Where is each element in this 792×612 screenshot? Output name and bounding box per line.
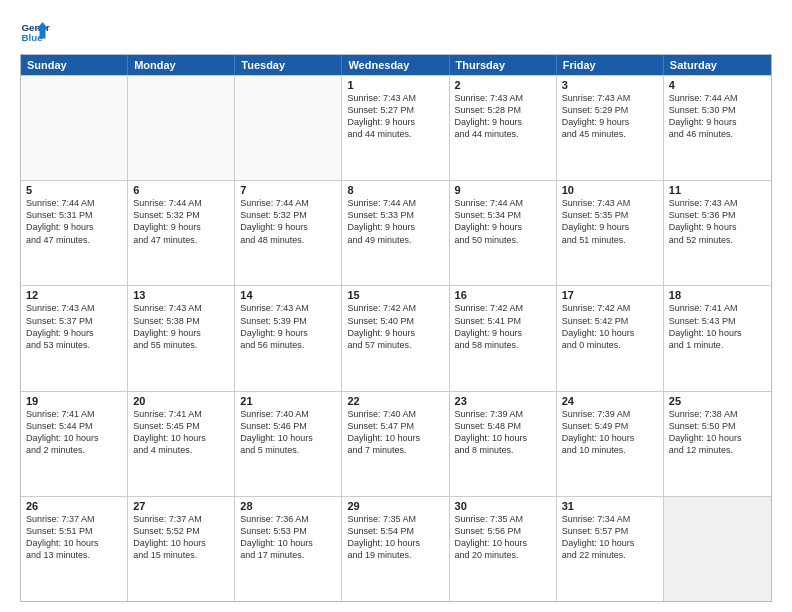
calendar-cell: 25Sunrise: 7:38 AM Sunset: 5:50 PM Dayli… [664, 392, 771, 496]
calendar-cell [128, 76, 235, 180]
day-info: Sunrise: 7:41 AM Sunset: 5:45 PM Dayligh… [133, 408, 229, 457]
day-number: 29 [347, 500, 443, 512]
calendar-cell: 21Sunrise: 7:40 AM Sunset: 5:46 PM Dayli… [235, 392, 342, 496]
calendar: SundayMondayTuesdayWednesdayThursdayFrid… [20, 54, 772, 602]
day-info: Sunrise: 7:42 AM Sunset: 5:41 PM Dayligh… [455, 302, 551, 351]
calendar-cell: 14Sunrise: 7:43 AM Sunset: 5:39 PM Dayli… [235, 286, 342, 390]
calendar-header: SundayMondayTuesdayWednesdayThursdayFrid… [21, 55, 771, 75]
calendar-cell: 23Sunrise: 7:39 AM Sunset: 5:48 PM Dayli… [450, 392, 557, 496]
day-number: 23 [455, 395, 551, 407]
calendar-cell: 7Sunrise: 7:44 AM Sunset: 5:32 PM Daylig… [235, 181, 342, 285]
day-info: Sunrise: 7:43 AM Sunset: 5:28 PM Dayligh… [455, 92, 551, 141]
day-number: 16 [455, 289, 551, 301]
day-info: Sunrise: 7:40 AM Sunset: 5:47 PM Dayligh… [347, 408, 443, 457]
day-number: 13 [133, 289, 229, 301]
calendar-cell: 28Sunrise: 7:36 AM Sunset: 5:53 PM Dayli… [235, 497, 342, 601]
day-number: 1 [347, 79, 443, 91]
calendar-cell: 27Sunrise: 7:37 AM Sunset: 5:52 PM Dayli… [128, 497, 235, 601]
day-info: Sunrise: 7:35 AM Sunset: 5:56 PM Dayligh… [455, 513, 551, 562]
day-info: Sunrise: 7:44 AM Sunset: 5:32 PM Dayligh… [133, 197, 229, 246]
logo: General Blue [20, 16, 50, 46]
day-info: Sunrise: 7:44 AM Sunset: 5:33 PM Dayligh… [347, 197, 443, 246]
day-number: 5 [26, 184, 122, 196]
day-header-monday: Monday [128, 55, 235, 75]
day-number: 20 [133, 395, 229, 407]
day-info: Sunrise: 7:43 AM Sunset: 5:36 PM Dayligh… [669, 197, 766, 246]
day-number: 6 [133, 184, 229, 196]
day-header-thursday: Thursday [450, 55, 557, 75]
calendar-cell: 4Sunrise: 7:44 AM Sunset: 5:30 PM Daylig… [664, 76, 771, 180]
day-info: Sunrise: 7:43 AM Sunset: 5:29 PM Dayligh… [562, 92, 658, 141]
calendar-body: 1Sunrise: 7:43 AM Sunset: 5:27 PM Daylig… [21, 75, 771, 601]
day-header-saturday: Saturday [664, 55, 771, 75]
calendar-cell: 18Sunrise: 7:41 AM Sunset: 5:43 PM Dayli… [664, 286, 771, 390]
day-number: 9 [455, 184, 551, 196]
day-info: Sunrise: 7:44 AM Sunset: 5:31 PM Dayligh… [26, 197, 122, 246]
day-info: Sunrise: 7:34 AM Sunset: 5:57 PM Dayligh… [562, 513, 658, 562]
day-header-sunday: Sunday [21, 55, 128, 75]
calendar-cell: 17Sunrise: 7:42 AM Sunset: 5:42 PM Dayli… [557, 286, 664, 390]
day-number: 28 [240, 500, 336, 512]
calendar-cell: 8Sunrise: 7:44 AM Sunset: 5:33 PM Daylig… [342, 181, 449, 285]
calendar-cell: 10Sunrise: 7:43 AM Sunset: 5:35 PM Dayli… [557, 181, 664, 285]
calendar-week-3: 12Sunrise: 7:43 AM Sunset: 5:37 PM Dayli… [21, 285, 771, 390]
day-header-tuesday: Tuesday [235, 55, 342, 75]
day-number: 15 [347, 289, 443, 301]
day-number: 8 [347, 184, 443, 196]
day-number: 12 [26, 289, 122, 301]
day-number: 11 [669, 184, 766, 196]
day-info: Sunrise: 7:41 AM Sunset: 5:44 PM Dayligh… [26, 408, 122, 457]
calendar-cell [235, 76, 342, 180]
day-number: 25 [669, 395, 766, 407]
day-number: 24 [562, 395, 658, 407]
day-number: 3 [562, 79, 658, 91]
day-info: Sunrise: 7:43 AM Sunset: 5:38 PM Dayligh… [133, 302, 229, 351]
calendar-week-5: 26Sunrise: 7:37 AM Sunset: 5:51 PM Dayli… [21, 496, 771, 601]
calendar-cell: 12Sunrise: 7:43 AM Sunset: 5:37 PM Dayli… [21, 286, 128, 390]
day-info: Sunrise: 7:37 AM Sunset: 5:51 PM Dayligh… [26, 513, 122, 562]
calendar-cell: 13Sunrise: 7:43 AM Sunset: 5:38 PM Dayli… [128, 286, 235, 390]
page-header: General Blue [20, 16, 772, 46]
day-info: Sunrise: 7:36 AM Sunset: 5:53 PM Dayligh… [240, 513, 336, 562]
calendar-cell: 5Sunrise: 7:44 AM Sunset: 5:31 PM Daylig… [21, 181, 128, 285]
calendar-cell [664, 497, 771, 601]
calendar-cell: 20Sunrise: 7:41 AM Sunset: 5:45 PM Dayli… [128, 392, 235, 496]
day-info: Sunrise: 7:44 AM Sunset: 5:34 PM Dayligh… [455, 197, 551, 246]
calendar-week-4: 19Sunrise: 7:41 AM Sunset: 5:44 PM Dayli… [21, 391, 771, 496]
day-number: 22 [347, 395, 443, 407]
calendar-cell: 11Sunrise: 7:43 AM Sunset: 5:36 PM Dayli… [664, 181, 771, 285]
day-info: Sunrise: 7:43 AM Sunset: 5:39 PM Dayligh… [240, 302, 336, 351]
day-number: 27 [133, 500, 229, 512]
calendar-week-1: 1Sunrise: 7:43 AM Sunset: 5:27 PM Daylig… [21, 75, 771, 180]
calendar-cell: 3Sunrise: 7:43 AM Sunset: 5:29 PM Daylig… [557, 76, 664, 180]
day-header-wednesday: Wednesday [342, 55, 449, 75]
day-number: 19 [26, 395, 122, 407]
day-info: Sunrise: 7:44 AM Sunset: 5:30 PM Dayligh… [669, 92, 766, 141]
day-info: Sunrise: 7:40 AM Sunset: 5:46 PM Dayligh… [240, 408, 336, 457]
calendar-cell: 29Sunrise: 7:35 AM Sunset: 5:54 PM Dayli… [342, 497, 449, 601]
day-number: 21 [240, 395, 336, 407]
day-info: Sunrise: 7:35 AM Sunset: 5:54 PM Dayligh… [347, 513, 443, 562]
day-info: Sunrise: 7:41 AM Sunset: 5:43 PM Dayligh… [669, 302, 766, 351]
calendar-cell: 1Sunrise: 7:43 AM Sunset: 5:27 PM Daylig… [342, 76, 449, 180]
calendar-cell: 22Sunrise: 7:40 AM Sunset: 5:47 PM Dayli… [342, 392, 449, 496]
day-number: 4 [669, 79, 766, 91]
day-number: 14 [240, 289, 336, 301]
day-info: Sunrise: 7:42 AM Sunset: 5:40 PM Dayligh… [347, 302, 443, 351]
day-number: 7 [240, 184, 336, 196]
calendar-cell: 9Sunrise: 7:44 AM Sunset: 5:34 PM Daylig… [450, 181, 557, 285]
day-number: 30 [455, 500, 551, 512]
day-info: Sunrise: 7:39 AM Sunset: 5:49 PM Dayligh… [562, 408, 658, 457]
logo-icon: General Blue [20, 16, 50, 46]
calendar-cell: 19Sunrise: 7:41 AM Sunset: 5:44 PM Dayli… [21, 392, 128, 496]
day-number: 31 [562, 500, 658, 512]
day-info: Sunrise: 7:38 AM Sunset: 5:50 PM Dayligh… [669, 408, 766, 457]
day-info: Sunrise: 7:39 AM Sunset: 5:48 PM Dayligh… [455, 408, 551, 457]
calendar-cell: 31Sunrise: 7:34 AM Sunset: 5:57 PM Dayli… [557, 497, 664, 601]
day-info: Sunrise: 7:37 AM Sunset: 5:52 PM Dayligh… [133, 513, 229, 562]
calendar-week-2: 5Sunrise: 7:44 AM Sunset: 5:31 PM Daylig… [21, 180, 771, 285]
day-info: Sunrise: 7:44 AM Sunset: 5:32 PM Dayligh… [240, 197, 336, 246]
calendar-cell: 16Sunrise: 7:42 AM Sunset: 5:41 PM Dayli… [450, 286, 557, 390]
day-number: 18 [669, 289, 766, 301]
day-header-friday: Friday [557, 55, 664, 75]
